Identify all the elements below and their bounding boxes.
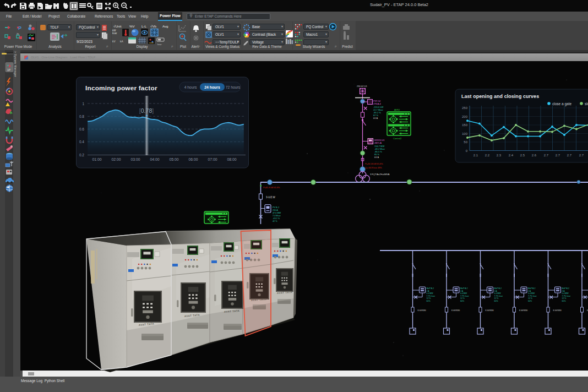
svg-text:3 FQT/AcZH=6MVA: 3 FQT/AcZH=6MVA: [370, 173, 390, 176]
svg-text:MxP B-2: MxP B-2: [528, 287, 535, 290]
svg-text:kV A: kV A: [373, 117, 378, 119]
svg-text:MxP B-2: MxP B-2: [494, 287, 502, 290]
svg-text:7.7% kvar: 7.7% kvar: [427, 295, 435, 297]
svg-text:04:00: 04:00: [150, 157, 159, 161]
svg-text:12 %: 12 %: [427, 297, 431, 300]
svg-text:6 kV/630: 6 kV/630: [519, 309, 527, 312]
svg-text:0.4 MW: 0.4 MW: [562, 292, 569, 295]
svg-text:24 hours: 24 hours: [204, 85, 220, 89]
svg-text:60%: 60%: [460, 300, 464, 302]
svg-text:200: 200: [462, 115, 468, 118]
svg-text:P=65.8 kW 65.8%: P=65.8 kW 65.8%: [263, 187, 280, 189]
svg-text:0.2: 0.2: [79, 153, 84, 157]
svg-text:3-U/Z.W: 3-U/Z.W: [266, 196, 276, 199]
svg-text:0.8: 0.8: [79, 115, 84, 118]
svg-text:1: 1: [82, 102, 84, 106]
svg-text:12 %: 12 %: [528, 297, 532, 300]
svg-text:60%: 60%: [427, 300, 431, 302]
svg-text:0.4 MW: 0.4 MW: [460, 292, 467, 295]
svg-text:60%: 60%: [562, 300, 566, 302]
svg-text:6 kV/630: 6 kV/630: [553, 309, 562, 312]
svg-text:03:00: 03:00: [130, 157, 140, 161]
svg-text:close a gate: close a gate: [552, 102, 571, 106]
svg-text:2.2: 2.2: [485, 154, 490, 157]
svg-text:2.7: 2.7: [579, 154, 584, 157]
svg-text:100: 100: [462, 132, 468, 135]
svg-text:06:00: 06:00: [188, 157, 198, 161]
svg-text:6 kV/630: 6 kV/630: [486, 309, 494, 312]
svg-text:6 kV/630: 6 kV/630: [451, 309, 460, 312]
svg-text:2 A: 2 A: [427, 290, 430, 292]
svg-text:02:00: 02:00: [111, 157, 121, 161]
svg-text:PV B-2: PV B-2: [273, 206, 279, 209]
svg-text:0.6: 0.6: [79, 127, 84, 131]
svg-text:276 A-4: 276 A-4: [373, 102, 382, 105]
svg-text:2.4: 2.4: [509, 154, 514, 157]
svg-text:7.7% kvar: 7.7% kvar: [562, 295, 571, 297]
svg-text:2.7: 2.7: [544, 154, 549, 157]
svg-text:2.7: 2.7: [567, 154, 572, 157]
svg-text:08:00: 08:00: [227, 157, 236, 161]
svg-text:AVR2: AVR2: [394, 108, 400, 111]
svg-text:07:00: 07:00: [208, 157, 217, 161]
svg-text:2.3: 2.3: [497, 154, 502, 157]
svg-text:12 %: 12 %: [562, 297, 567, 300]
svg-text:12 %: 12 %: [460, 297, 465, 300]
svg-text:P=26.58 kW 65.8%: P=26.58 kW 65.8%: [365, 163, 383, 165]
svg-text:60%: 60%: [494, 300, 498, 302]
svg-text:60%: 60%: [528, 300, 532, 302]
svg-text:47.6 MW: 47.6 MW: [273, 212, 281, 214]
svg-text:42 %: 42 %: [273, 220, 277, 222]
svg-text:Control2: Control2: [393, 137, 402, 140]
svg-text:Last opening and closing curve: Last opening and closing curves: [461, 94, 539, 99]
svg-text:05:00: 05:00: [169, 157, 178, 161]
svg-text:4 hours: 4 hours: [184, 85, 197, 89]
svg-text:6 kV/630: 6 kV/630: [418, 309, 426, 312]
svg-text:250: 250: [462, 106, 468, 110]
svg-text:0.4 MW: 0.4 MW: [528, 292, 535, 295]
svg-text:2.7: 2.7: [556, 154, 560, 157]
svg-text:72 hours: 72 hours: [226, 85, 241, 89]
svg-text:0.4: 0.4: [79, 140, 84, 144]
svg-text:MxP B-2: MxP B-2: [562, 287, 569, 290]
svg-text:230 kV U1: 230 kV U1: [357, 85, 367, 88]
svg-text:2 A: 2 A: [562, 290, 565, 292]
svg-text:7.7% kvar: 7.7% kvar: [528, 295, 537, 297]
svg-text:MxP B-2: MxP B-2: [427, 287, 434, 290]
svg-text:2.5: 2.5: [520, 154, 525, 157]
svg-text:7.4 Mvar: 7.4 Mvar: [273, 215, 281, 217]
svg-text:MxP B-2: MxP B-2: [460, 287, 467, 290]
svg-text:2 A: 2 A: [494, 290, 498, 292]
svg-text:230 A: 230 A: [273, 209, 278, 211]
svg-text:kV A: kV A: [374, 156, 379, 159]
svg-text:2.6: 2.6: [532, 154, 537, 157]
svg-text:0.4 MW: 0.4 MW: [427, 292, 434, 295]
svg-text:12 %: 12 %: [494, 297, 499, 300]
svg-text:[0.78]: [0.78]: [139, 107, 154, 114]
svg-text:Q=-64.8 kvar 48%: Q=-64.8 kvar 48%: [365, 167, 382, 169]
svg-text:2.1: 2.1: [473, 154, 478, 157]
svg-text:0.4 MW: 0.4 MW: [494, 292, 502, 295]
svg-text:7.7% kvar: 7.7% kvar: [460, 295, 469, 297]
svg-text:2 A: 2 A: [528, 290, 531, 292]
svg-text:4W 5 A: 4W 5 A: [374, 141, 382, 144]
svg-text:7.7% kvar: 7.7% kvar: [494, 295, 503, 297]
svg-text:50: 50: [464, 140, 467, 144]
svg-text:150: 150: [462, 123, 468, 127]
svg-text:-43.2 %: -43.2 %: [273, 217, 280, 220]
svg-text:2 A: 2 A: [460, 290, 464, 292]
svg-text:slu: slu: [585, 102, 588, 106]
svg-text:01:00: 01:00: [92, 157, 101, 161]
svg-text:Incoming power factor: Incoming power factor: [85, 84, 157, 92]
